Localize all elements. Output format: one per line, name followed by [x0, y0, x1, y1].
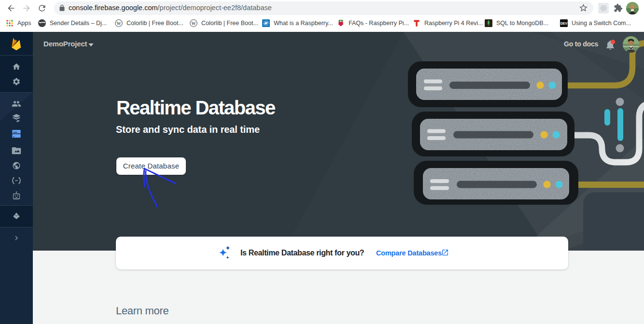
svg-text:DEV: DEV: [560, 22, 568, 25]
svg-text:W: W: [191, 21, 196, 26]
svg-text:W: W: [116, 21, 121, 26]
